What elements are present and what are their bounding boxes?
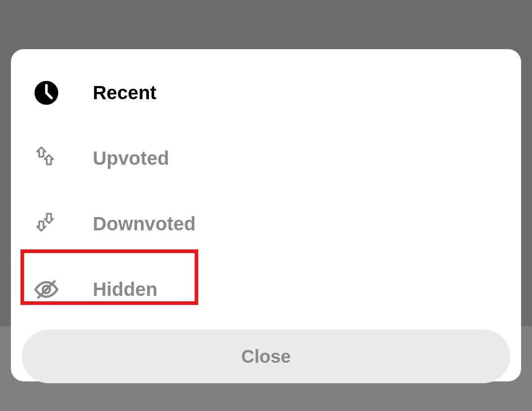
close-label: Close [241, 346, 291, 367]
downvote-icon [33, 210, 60, 238]
filter-modal: Recent Upvoted [11, 49, 521, 381]
option-label-recent: Recent [93, 82, 156, 104]
option-label-downvoted: Downvoted [93, 213, 196, 235]
hidden-icon [33, 276, 60, 303]
option-label-upvoted: Upvoted [93, 147, 169, 169]
option-label-hidden: Hidden [93, 279, 157, 300]
clock-icon [33, 79, 60, 107]
option-upvoted[interactable]: Upvoted [22, 126, 510, 191]
upvote-icon [33, 145, 60, 172]
option-downvoted[interactable]: Downvoted [22, 191, 510, 257]
option-recent[interactable]: Recent [22, 60, 510, 126]
close-button[interactable]: Close [22, 330, 510, 383]
option-hidden[interactable]: Hidden [22, 257, 510, 322]
